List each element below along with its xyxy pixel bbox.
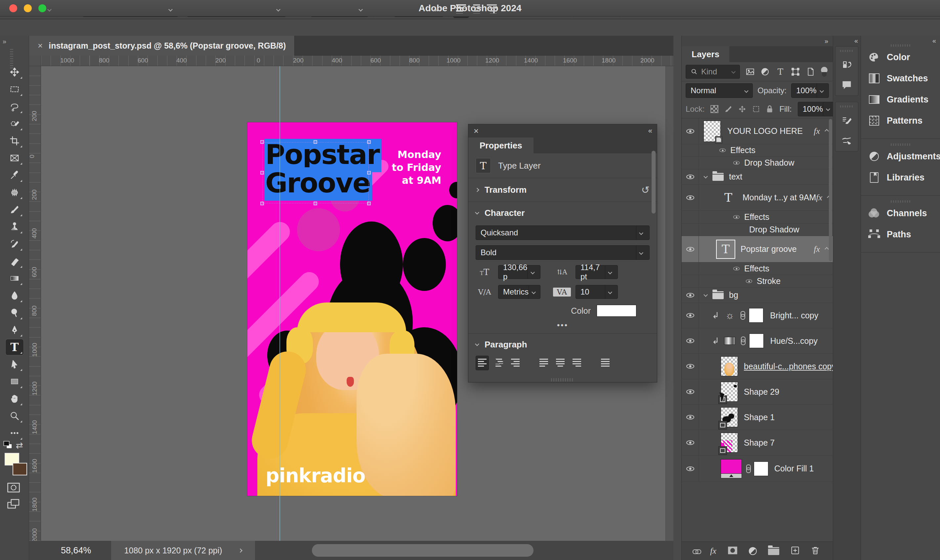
- char-size-select[interactable]: 130,66 p: [498, 265, 541, 279]
- visibility-toggle[interactable]: [682, 185, 699, 211]
- layers-scrollbar[interactable]: [829, 119, 832, 261]
- history-brush-tool[interactable]: [6, 236, 23, 252]
- zoom-level[interactable]: 58,64%: [61, 545, 91, 556]
- eye-icon[interactable]: [686, 440, 694, 445]
- collapse-tools-icon[interactable]: »: [3, 38, 6, 45]
- filter-pixel-layers-icon[interactable]: [745, 68, 755, 76]
- eye-icon[interactable]: [686, 364, 694, 369]
- swap-colors-icon[interactable]: ⇄: [16, 440, 23, 451]
- brush-tool[interactable]: [6, 202, 23, 217]
- dock-item-swatches[interactable]: Swatches: [861, 68, 940, 89]
- effects-row[interactable]: Effects: [682, 263, 833, 275]
- close-tab-icon[interactable]: ×: [38, 41, 43, 51]
- para-justify-all-button[interactable]: [599, 356, 612, 370]
- type-layer-thumbnail[interactable]: T: [719, 188, 738, 207]
- visibility-toggle[interactable]: [682, 303, 699, 328]
- eye-icon[interactable]: [686, 293, 694, 297]
- eye-icon[interactable]: [686, 466, 694, 471]
- object-selection-tool[interactable]: [6, 116, 23, 132]
- layer-row-monday[interactable]: T Monday t...y at 9AM fx: [682, 185, 833, 211]
- path-selection-tool[interactable]: [6, 356, 23, 372]
- collapse-effects-icon[interactable]: [824, 247, 829, 251]
- layer-mask-thumbnail[interactable]: [754, 462, 768, 476]
- zoom-window-button[interactable]: [39, 4, 46, 12]
- filter-adjustment-layers-icon[interactable]: [760, 68, 770, 75]
- eraser-tool[interactable]: [6, 253, 23, 269]
- transform-handle[interactable]: [260, 140, 264, 144]
- fill-layer-thumbnail[interactable]: [721, 459, 742, 478]
- document-info[interactable]: 1080 px x 1920 px (72 ppi): [111, 541, 255, 560]
- opacity-select[interactable]: 100%: [791, 83, 829, 98]
- layer-thumbnail[interactable]: [704, 121, 721, 142]
- brushes-panel-icon[interactable]: [842, 136, 852, 147]
- panel-resize-grip[interactable]: [551, 378, 574, 382]
- close-panel-icon[interactable]: ×: [474, 126, 479, 136]
- minimize-window-button[interactable]: [24, 4, 32, 12]
- delete-layer-icon[interactable]: [811, 546, 820, 556]
- lasso-tool[interactable]: [6, 98, 23, 114]
- brush-settings-panel-icon[interactable]: [842, 116, 852, 127]
- layer-row-your-logo-here[interactable]: YOUR LOGO HERE fx: [682, 118, 833, 144]
- eye-icon[interactable]: [686, 247, 694, 252]
- transform-handle[interactable]: [367, 171, 371, 175]
- visibility-toggle[interactable]: [682, 379, 699, 404]
- layer-row-popstar-groove[interactable]: T Popstar groove fx: [682, 236, 833, 263]
- para-align-left-button[interactable]: [476, 356, 489, 370]
- lock-artboard-icon[interactable]: [752, 105, 760, 113]
- filter-shape-layers-icon[interactable]: [791, 68, 800, 76]
- visibility-toggle[interactable]: [682, 430, 699, 455]
- type-layer-thumbnail[interactable]: T: [716, 240, 735, 259]
- kind-filter-select[interactable]: Kind: [686, 65, 740, 78]
- group-row-text[interactable]: text: [682, 169, 833, 185]
- expand-dock-icon[interactable]: «: [854, 37, 857, 45]
- eye-icon[interactable]: [733, 215, 740, 219]
- vertical-scrollbar[interactable]: [666, 66, 673, 541]
- add-layer-mask-icon[interactable]: [728, 546, 738, 556]
- pen-tool[interactable]: [6, 322, 23, 338]
- para-align-center-button[interactable]: [492, 356, 505, 370]
- fx-icon[interactable]: fx: [816, 193, 822, 203]
- para-justify-last-center-button[interactable]: [554, 356, 567, 370]
- dock-item-paths[interactable]: Paths: [861, 224, 940, 245]
- quick-mask-icon[interactable]: [7, 483, 20, 494]
- char-tracking-select[interactable]: 10: [575, 285, 618, 299]
- eye-icon[interactable]: [686, 195, 694, 200]
- type-tool[interactable]: T: [6, 339, 23, 355]
- hand-tool[interactable]: [6, 391, 23, 407]
- visibility-toggle[interactable]: [682, 405, 699, 430]
- collapse-panel-icon[interactable]: «: [648, 127, 652, 135]
- close-window-button[interactable]: [9, 4, 17, 12]
- layer-row-shape-29[interactable]: Shape 29: [682, 379, 833, 405]
- dodge-tool[interactable]: [6, 305, 23, 321]
- text-color-swatch[interactable]: [597, 305, 636, 317]
- tab-layers[interactable]: Layers: [682, 46, 729, 62]
- visibility-toggle[interactable]: [682, 328, 699, 353]
- zoom-tool[interactable]: [6, 408, 23, 424]
- paragraph-section-header[interactable]: Paragraph: [468, 334, 657, 356]
- more-options-icon[interactable]: •••: [476, 318, 650, 333]
- para-justify-last-right-button[interactable]: [570, 356, 584, 370]
- filter-toggle[interactable]: [821, 67, 828, 77]
- fill-select[interactable]: 100%: [798, 102, 835, 116]
- para-align-right-button[interactable]: [509, 356, 522, 370]
- tab-properties[interactable]: Properties: [468, 137, 533, 153]
- filter-type-layers-icon[interactable]: T: [775, 67, 785, 77]
- blur-tool[interactable]: [6, 288, 23, 303]
- marquee-tool[interactable]: [6, 82, 23, 97]
- group-row-bg[interactable]: bg: [682, 288, 833, 303]
- new-layer-icon[interactable]: [791, 546, 800, 556]
- char-kerning-select[interactable]: Metrics: [498, 285, 541, 299]
- lock-pixels-icon[interactable]: [724, 105, 732, 113]
- char-font-style-select[interactable]: Bold: [476, 245, 650, 260]
- document-tab[interactable]: × instagram_post_story.psd @ 58,6% (Pops…: [29, 36, 295, 55]
- effects-row[interactable]: Effects: [682, 211, 833, 223]
- visibility-toggle[interactable]: [682, 455, 699, 482]
- visibility-toggle[interactable]: [682, 169, 699, 184]
- layer-row-brightness[interactable]: ↳ ☼ Bright... copy: [682, 303, 833, 328]
- crop-tool[interactable]: [6, 133, 23, 149]
- layer-mask-thumbnail[interactable]: [749, 308, 763, 323]
- layer-row-shape-7[interactable]: Shape 7: [682, 430, 833, 455]
- layer-row-hue-saturation[interactable]: ↳ Hue/S...copy: [682, 328, 833, 354]
- fx-icon[interactable]: fx: [814, 244, 820, 254]
- eye-icon[interactable]: [686, 389, 694, 394]
